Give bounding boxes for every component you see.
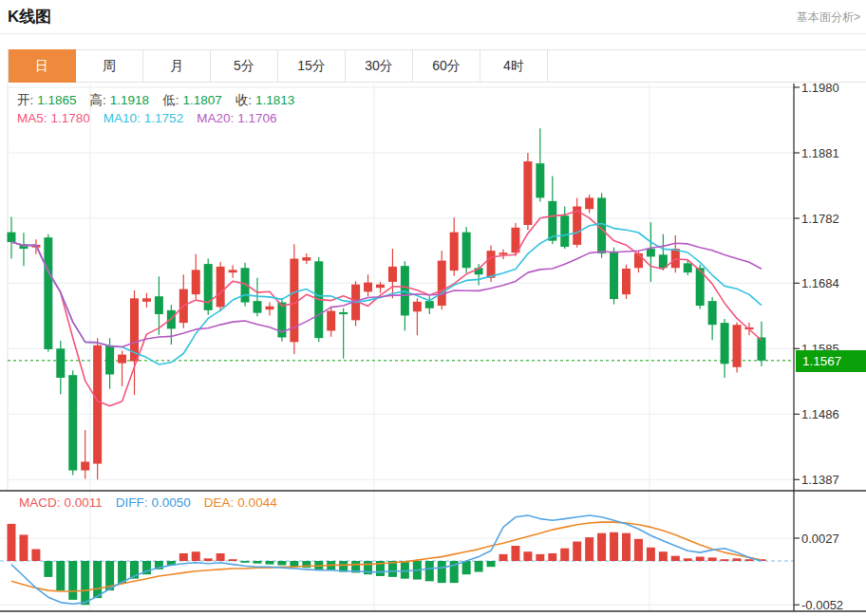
macd-histogram-layer xyxy=(8,524,766,605)
page-title: K线图 xyxy=(8,6,51,28)
legend-label: DEA: xyxy=(204,495,235,510)
legend-label: MACD: xyxy=(19,495,61,510)
axis-tick-label: 0.0027 xyxy=(801,532,839,546)
tab-30分[interactable]: 30分 xyxy=(346,50,413,82)
tab-60分[interactable]: 60分 xyxy=(413,50,480,82)
axis-tick-label: 1.1486 xyxy=(801,407,839,421)
legend-value: 0.0011 xyxy=(65,495,103,510)
legend-value: 1.1807 xyxy=(182,93,221,107)
legend-value: 1.1813 xyxy=(255,93,294,107)
legend-label: 收: xyxy=(235,93,252,107)
legend-label: 开: xyxy=(17,93,33,107)
ma-lines-layer xyxy=(11,211,762,406)
candlestick-layer xyxy=(8,128,766,479)
macd-lines-layer xyxy=(11,515,762,604)
interval-tab-bar: 日周月5分15分30分60分4时 xyxy=(8,49,866,83)
ohlc-legend: 开:1.1865高:1.1918低:1.1807收:1.1813 xyxy=(17,92,308,109)
tab-周[interactable]: 周 xyxy=(76,50,143,82)
legend-value: 1.1706 xyxy=(237,111,276,125)
legend-value: 0.0050 xyxy=(152,495,191,510)
legend-label: 高: xyxy=(90,93,106,107)
axis-layer xyxy=(0,84,866,611)
axis-tick-label: 1.1387 xyxy=(801,473,839,487)
macd-legend: MACD:0.0011DIFF:0.0050DEA:0.0044 xyxy=(19,495,291,510)
legend-value: 1.1865 xyxy=(37,93,76,107)
grid-layer xyxy=(0,84,794,611)
tab-15分[interactable]: 15分 xyxy=(278,50,346,82)
kline-chart-canvas[interactable]: 1.19801.18811.17821.16841.15851.14861.13… xyxy=(0,0,866,616)
fundamental-analysis-link[interactable]: 基本面分析> xyxy=(797,9,860,26)
tab-月[interactable]: 月 xyxy=(143,50,211,82)
tab-5分[interactable]: 5分 xyxy=(211,50,278,82)
axis-labels-layer: 1.19801.18811.17821.16841.15851.14861.13… xyxy=(794,81,843,612)
legend-label: MA10: xyxy=(104,111,141,125)
legend-value: 1.1780 xyxy=(51,111,90,125)
legend-label: MA5: xyxy=(17,111,47,125)
legend-value: 1.1752 xyxy=(144,111,183,125)
kline-page: K线图 基本面分析> 日周月5分15分30分60分4时 1.19801.1881… xyxy=(0,0,866,616)
legend-label: MA20: xyxy=(197,111,234,125)
legend-label: DIFF: xyxy=(116,495,148,510)
ma-legend: MA5:1.1780MA10:1.1752MA20:1.1706 xyxy=(17,111,290,125)
legend-value: 1.1918 xyxy=(110,93,149,107)
axis-tick-label: -0.0052 xyxy=(801,598,843,612)
tab-4时[interactable]: 4时 xyxy=(480,50,548,82)
axis-tick-label: 1.1684 xyxy=(801,276,839,290)
legend-value: 0.0044 xyxy=(237,495,276,510)
axis-tick-label: 1.1782 xyxy=(801,212,839,226)
current-price-badge: 1.1567 xyxy=(796,350,866,372)
kline-chart-area[interactable]: 1.19801.18811.17821.16841.15851.14861.13… xyxy=(0,0,866,616)
legend-label: 低: xyxy=(162,93,179,107)
axis-tick-label: 1.1881 xyxy=(801,146,839,160)
tab-日[interactable]: 日 xyxy=(9,49,76,83)
header-divider xyxy=(0,33,866,34)
axis-tick-label: 1.1585 xyxy=(801,342,839,356)
